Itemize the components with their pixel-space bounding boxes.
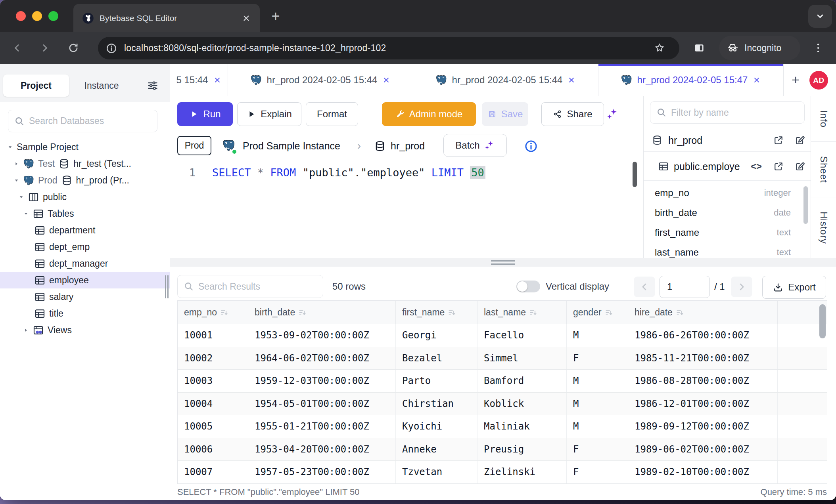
- tab-search-button[interactable]: [808, 5, 832, 28]
- maximize-window-button[interactable]: [48, 11, 58, 21]
- close-icon[interactable]: [567, 76, 576, 84]
- table-row[interactable]: 100071957-05-23T00:00:00ZTzvetanZielinsk…: [178, 461, 827, 484]
- schema-database-row[interactable]: hr_prod: [644, 131, 811, 150]
- column-header[interactable]: last_name: [477, 301, 567, 324]
- close-icon[interactable]: [213, 76, 222, 84]
- panel-splitter[interactable]: [170, 258, 836, 267]
- back-icon[interactable]: [11, 42, 23, 54]
- sort-icon[interactable]: [604, 308, 614, 317]
- ai-sparkles-icon[interactable]: [606, 107, 619, 121]
- sheet-tab-2[interactable]: hr_prod 2024-02-05 15:44: [228, 64, 413, 96]
- site-info-icon[interactable]: [106, 43, 117, 54]
- table-row[interactable]: 100011953-09-02T00:00:00ZGeorgiFacelloM1…: [178, 324, 827, 347]
- external-link-icon[interactable]: [773, 135, 784, 146]
- close-tab-icon[interactable]: [242, 13, 251, 23]
- schema-scrollbar-thumb[interactable]: [803, 186, 808, 224]
- browser-tab[interactable]: Bytebase SQL Editor: [73, 4, 260, 32]
- address-bar[interactable]: localhost:8080/sql-editor/prod-sample-in…: [98, 37, 679, 59]
- tree-item-test-db[interactable]: Test hr_test (Test...: [0, 155, 170, 172]
- table-row[interactable]: 100061953-04-20T00:00:00ZAnnekePreusigF1…: [178, 438, 827, 461]
- search-results-input[interactable]: [198, 281, 317, 292]
- tree-item-table-dept-emp[interactable]: dept_emp: [0, 239, 170, 255]
- column-row[interactable]: birth_date date: [644, 203, 811, 223]
- sheet-tab-3[interactable]: hr_prod 2024-02-05 15:44: [413, 64, 598, 96]
- sheet-tab-4-active[interactable]: hr_prod 2024-02-05 15:47: [598, 64, 784, 96]
- tree-item-schema-public[interactable]: public: [0, 189, 170, 205]
- edit-icon[interactable]: [794, 135, 805, 146]
- column-header[interactable]: first_name: [396, 301, 477, 324]
- results-search[interactable]: [177, 275, 323, 298]
- editor-scrollbar-thumb[interactable]: [633, 162, 637, 187]
- code-icon[interactable]: <>: [751, 161, 762, 172]
- new-sheet-button[interactable]: +: [784, 64, 807, 96]
- caret-down-icon[interactable]: [23, 211, 29, 217]
- next-page-button[interactable]: [731, 277, 752, 297]
- column-row[interactable]: first_name text: [644, 223, 811, 242]
- column-row[interactable]: emp_no integer: [644, 183, 811, 203]
- minimize-window-button[interactable]: [32, 11, 42, 21]
- batch-button[interactable]: Batch: [443, 134, 507, 157]
- results-scrollbar-thumb[interactable]: [819, 304, 826, 338]
- prev-page-button[interactable]: [634, 277, 655, 297]
- tree-item-table-employee-selected[interactable]: employee: [0, 272, 170, 288]
- sort-icon[interactable]: [529, 308, 538, 317]
- filter-by-name-input[interactable]: [671, 107, 799, 118]
- browser-menu-icon[interactable]: [812, 42, 824, 54]
- tree-item-table-title[interactable]: title: [0, 305, 170, 322]
- caret-down-icon[interactable]: [13, 178, 19, 183]
- sidebar-resize-handle[interactable]: [165, 275, 170, 298]
- sql-statement[interactable]: SELECT * FROM "public"."employee" LIMIT …: [212, 166, 485, 179]
- tree-item-tables[interactable]: Tables: [0, 205, 170, 222]
- schema-table-row[interactable]: public.employe <>: [644, 155, 811, 178]
- sql-editor[interactable]: 1 SELECT * FROM "public"."employee" LIMI…: [170, 158, 643, 258]
- filter-settings-icon[interactable]: [147, 80, 159, 92]
- tree-item-prod-db[interactable]: Prod hr_prod (Pr...: [0, 172, 170, 189]
- tree-item-project[interactable]: Sample Project: [0, 139, 170, 155]
- search-databases-input[interactable]: [29, 116, 151, 126]
- sheet-tab-1[interactable]: 5 15:44: [170, 64, 228, 96]
- save-button[interactable]: Save: [482, 102, 528, 126]
- external-link-icon[interactable]: [773, 161, 784, 172]
- database-name[interactable]: hr_prod: [391, 134, 425, 158]
- column-header[interactable]: birth_date: [248, 301, 396, 324]
- sort-icon[interactable]: [447, 308, 456, 317]
- page-number-input[interactable]: [660, 276, 710, 298]
- tree-item-table-department[interactable]: department: [0, 222, 170, 239]
- close-icon[interactable]: [752, 76, 761, 84]
- tree-item-table-dept-manager[interactable]: dept_manager: [0, 255, 170, 272]
- info-icon[interactable]: [524, 139, 538, 153]
- caret-down-icon[interactable]: [7, 144, 13, 150]
- database-search[interactable]: [8, 110, 157, 132]
- share-button[interactable]: Share: [541, 102, 604, 126]
- column-header[interactable]: hire_date: [628, 301, 778, 324]
- column-header[interactable]: gender: [567, 301, 628, 324]
- sort-icon[interactable]: [675, 308, 685, 317]
- tree-item-table-salary[interactable]: salary: [0, 288, 170, 305]
- avatar[interactable]: AD: [809, 71, 828, 90]
- format-button[interactable]: Format: [306, 102, 358, 126]
- caret-down-icon[interactable]: [18, 194, 24, 200]
- tab-sheet[interactable]: Sheet: [811, 142, 836, 197]
- reload-icon[interactable]: [67, 42, 79, 54]
- bookmark-star-icon[interactable]: [654, 42, 665, 54]
- instance-name[interactable]: Prod Sample Instance: [243, 134, 340, 158]
- table-row[interactable]: 100041954-05-01T00:00:00ZChirstianKoblic…: [178, 393, 827, 416]
- sort-icon[interactable]: [220, 308, 229, 317]
- splitter-drag-handle[interactable]: [491, 260, 515, 267]
- caret-right-icon[interactable]: [13, 161, 19, 167]
- vertical-display-toggle[interactable]: [516, 281, 540, 292]
- sort-icon[interactable]: [298, 308, 307, 317]
- table-row[interactable]: 100031959-12-03T00:00:00ZPartoBamfordM19…: [178, 370, 827, 393]
- edit-icon[interactable]: [794, 161, 805, 172]
- filter-input-wrap[interactable]: [650, 101, 805, 124]
- tab-project[interactable]: Project: [3, 74, 69, 97]
- tab-info[interactable]: Info: [811, 96, 836, 142]
- column-row[interactable]: last_name text: [644, 242, 811, 258]
- column-header[interactable]: emp_no: [178, 301, 248, 324]
- table-row[interactable]: 100021964-06-02T00:00:00ZBezalelSimmelF1…: [178, 347, 827, 370]
- side-panel-icon[interactable]: [693, 42, 705, 54]
- close-window-button[interactable]: [16, 11, 26, 21]
- forward-icon[interactable]: [39, 42, 51, 54]
- tab-history[interactable]: History: [811, 197, 836, 258]
- table-row[interactable]: 100051955-01-21T00:00:00ZKyoichiMaliniak…: [178, 415, 827, 438]
